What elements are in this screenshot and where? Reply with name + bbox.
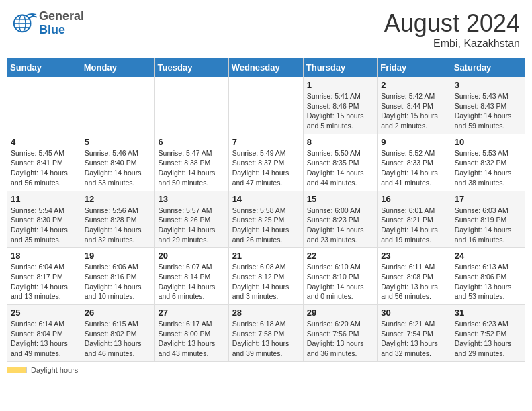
calendar-cell: 24Sunrise: 6:13 AM Sunset: 8:06 PM Dayli…: [451, 248, 525, 305]
calendar-cell: 5Sunrise: 5:46 AM Sunset: 8:40 PM Daylig…: [81, 134, 154, 191]
calendar-cell: 21Sunrise: 6:08 AM Sunset: 8:12 PM Dayli…: [228, 248, 303, 305]
day-detail: Sunrise: 6:03 AM Sunset: 8:19 PM Dayligh…: [455, 205, 521, 245]
day-detail: Sunrise: 5:56 AM Sunset: 8:28 PM Dayligh…: [85, 205, 151, 245]
calendar-cell: 27Sunrise: 6:17 AM Sunset: 8:00 PM Dayli…: [154, 305, 228, 362]
day-number: 14: [232, 194, 300, 204]
calendar-cell: 15Sunrise: 6:00 AM Sunset: 8:23 PM Dayli…: [303, 191, 377, 248]
calendar-cell: 16Sunrise: 6:01 AM Sunset: 8:21 PM Dayli…: [378, 191, 451, 248]
day-number: 1: [307, 80, 373, 90]
weekday-header-row: Sunday Monday Tuesday Wednesday Thursday…: [7, 58, 525, 77]
logo-blue-text: Blue: [39, 24, 84, 37]
day-detail: Sunrise: 6:04 AM Sunset: 8:17 PM Dayligh…: [11, 262, 77, 302]
day-number: 6: [159, 137, 225, 147]
calendar-cell: 2Sunrise: 5:42 AM Sunset: 8:44 PM Daylig…: [378, 77, 451, 134]
header-friday: Friday: [378, 58, 451, 77]
day-detail: Sunrise: 5:50 AM Sunset: 8:35 PM Dayligh…: [307, 148, 373, 188]
logo-icon: [12, 9, 38, 38]
calendar-cell: 31Sunrise: 6:23 AM Sunset: 7:52 PM Dayli…: [451, 305, 525, 362]
day-number: 22: [307, 250, 373, 261]
daylight-bar-icon: [7, 367, 27, 373]
calendar-cell: 11Sunrise: 5:54 AM Sunset: 8:30 PM Dayli…: [7, 191, 81, 248]
calendar-cell: 1Sunrise: 5:41 AM Sunset: 8:46 PM Daylig…: [303, 77, 377, 134]
page-location: Embi, Kazakhstan: [384, 38, 520, 50]
calendar-cell: 10Sunrise: 5:53 AM Sunset: 8:32 PM Dayli…: [451, 134, 525, 191]
calendar-cell: 23Sunrise: 6:11 AM Sunset: 8:08 PM Dayli…: [378, 248, 451, 305]
day-number: 20: [159, 250, 225, 261]
logo-general-text: General: [39, 10, 84, 24]
calendar-cell: 12Sunrise: 5:56 AM Sunset: 8:28 PM Dayli…: [81, 191, 154, 248]
calendar-cell: 3Sunrise: 5:43 AM Sunset: 8:43 PM Daylig…: [451, 77, 525, 134]
day-number: 26: [85, 308, 151, 318]
day-detail: Sunrise: 6:08 AM Sunset: 8:12 PM Dayligh…: [232, 262, 300, 302]
daylight-label: Daylight hours: [31, 366, 78, 374]
day-detail: Sunrise: 6:18 AM Sunset: 7:58 PM Dayligh…: [232, 319, 300, 359]
day-detail: Sunrise: 5:45 AM Sunset: 8:41 PM Dayligh…: [11, 148, 77, 188]
day-detail: Sunrise: 6:21 AM Sunset: 7:54 PM Dayligh…: [381, 319, 447, 359]
calendar-cell: 19Sunrise: 6:06 AM Sunset: 8:16 PM Dayli…: [81, 248, 154, 305]
page-title: August 2024: [384, 9, 520, 38]
calendar-cell: 9Sunrise: 5:52 AM Sunset: 8:33 PM Daylig…: [378, 134, 451, 191]
day-number: 10: [455, 137, 521, 147]
calendar-cell: 20Sunrise: 6:07 AM Sunset: 8:14 PM Dayli…: [154, 248, 228, 305]
calendar-table: Sunday Monday Tuesday Wednesday Thursday…: [7, 58, 525, 362]
day-number: 19: [85, 250, 151, 261]
day-detail: Sunrise: 5:53 AM Sunset: 8:32 PM Dayligh…: [455, 148, 521, 188]
calendar-cell: 30Sunrise: 6:21 AM Sunset: 7:54 PM Dayli…: [378, 305, 451, 362]
day-detail: Sunrise: 6:06 AM Sunset: 8:16 PM Dayligh…: [85, 262, 151, 302]
calendar-cell: 18Sunrise: 6:04 AM Sunset: 8:17 PM Dayli…: [7, 248, 81, 305]
header-sunday: Sunday: [7, 58, 81, 77]
day-number: 25: [11, 308, 77, 318]
day-number: 2: [381, 80, 447, 90]
calendar-cell: [81, 77, 154, 134]
day-detail: Sunrise: 6:10 AM Sunset: 8:10 PM Dayligh…: [307, 262, 373, 302]
day-number: 27: [159, 308, 225, 318]
day-detail: Sunrise: 6:14 AM Sunset: 8:04 PM Dayligh…: [11, 319, 77, 359]
day-detail: Sunrise: 5:46 AM Sunset: 8:40 PM Dayligh…: [85, 148, 151, 188]
day-number: 21: [232, 250, 300, 261]
day-number: 31: [455, 308, 521, 318]
day-detail: Sunrise: 6:23 AM Sunset: 7:52 PM Dayligh…: [455, 319, 521, 359]
day-detail: Sunrise: 5:54 AM Sunset: 8:30 PM Dayligh…: [11, 205, 77, 245]
calendar-cell: 17Sunrise: 6:03 AM Sunset: 8:19 PM Dayli…: [451, 191, 525, 248]
day-detail: Sunrise: 6:20 AM Sunset: 7:56 PM Dayligh…: [307, 319, 373, 359]
day-number: 3: [455, 80, 521, 90]
calendar-cell: 14Sunrise: 5:58 AM Sunset: 8:25 PM Dayli…: [228, 191, 303, 248]
day-number: 4: [11, 137, 77, 147]
calendar-week-row: 18Sunrise: 6:04 AM Sunset: 8:17 PM Dayli…: [7, 248, 525, 305]
day-number: 30: [381, 308, 447, 318]
day-detail: Sunrise: 6:15 AM Sunset: 8:02 PM Dayligh…: [85, 319, 151, 359]
calendar-cell: 29Sunrise: 6:20 AM Sunset: 7:56 PM Dayli…: [303, 305, 377, 362]
day-detail: Sunrise: 5:47 AM Sunset: 8:38 PM Dayligh…: [159, 148, 225, 188]
day-number: 9: [381, 137, 447, 147]
calendar-cell: [228, 77, 303, 134]
calendar-cell: 13Sunrise: 5:57 AM Sunset: 8:26 PM Dayli…: [154, 191, 228, 248]
day-detail: Sunrise: 6:17 AM Sunset: 8:00 PM Dayligh…: [159, 319, 225, 359]
day-detail: Sunrise: 5:52 AM Sunset: 8:33 PM Dayligh…: [381, 148, 447, 188]
calendar-week-row: 4Sunrise: 5:45 AM Sunset: 8:41 PM Daylig…: [7, 134, 525, 191]
logo: General Blue: [12, 9, 84, 38]
footer-note: Daylight hours: [7, 366, 525, 374]
day-number: 17: [455, 194, 521, 204]
calendar-week-row: 25Sunrise: 6:14 AM Sunset: 8:04 PM Dayli…: [7, 305, 525, 362]
logo-name: General Blue: [39, 10, 84, 37]
day-detail: Sunrise: 6:01 AM Sunset: 8:21 PM Dayligh…: [381, 205, 447, 245]
day-detail: Sunrise: 5:49 AM Sunset: 8:37 PM Dayligh…: [232, 148, 300, 188]
day-number: 16: [381, 194, 447, 204]
calendar-cell: 28Sunrise: 6:18 AM Sunset: 7:58 PM Dayli…: [228, 305, 303, 362]
day-number: 18: [11, 250, 77, 261]
header-thursday: Thursday: [303, 58, 377, 77]
day-number: 11: [11, 194, 77, 204]
day-number: 15: [307, 194, 373, 204]
title-block: August 2024 Embi, Kazakhstan: [384, 9, 520, 50]
header-saturday: Saturday: [451, 58, 525, 77]
day-detail: Sunrise: 6:11 AM Sunset: 8:08 PM Dayligh…: [381, 262, 447, 302]
day-number: 5: [85, 137, 151, 147]
calendar-cell: 26Sunrise: 6:15 AM Sunset: 8:02 PM Dayli…: [81, 305, 154, 362]
day-number: 29: [307, 308, 373, 318]
header-monday: Monday: [81, 58, 154, 77]
day-number: 28: [232, 308, 300, 318]
calendar-cell: [7, 77, 81, 134]
calendar-week-row: 1Sunrise: 5:41 AM Sunset: 8:46 PM Daylig…: [7, 77, 525, 134]
day-detail: Sunrise: 5:42 AM Sunset: 8:44 PM Dayligh…: [381, 91, 447, 131]
calendar-cell: 25Sunrise: 6:14 AM Sunset: 8:04 PM Dayli…: [7, 305, 81, 362]
